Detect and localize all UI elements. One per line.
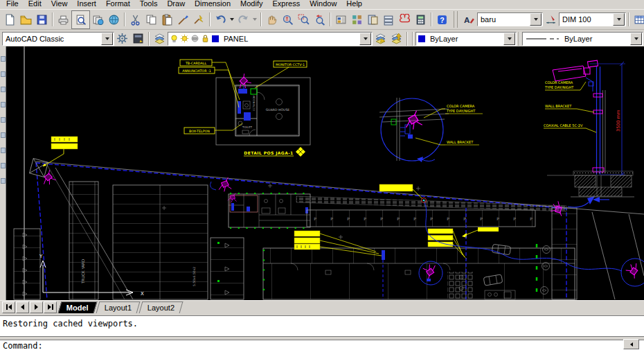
command-input-line[interactable]: Command: (0, 340, 644, 350)
dwf-button[interactable] (106, 12, 122, 28)
color-combo-arrow[interactable] (503, 33, 515, 45)
undo-dropdown[interactable] (229, 12, 235, 28)
menu-window[interactable]: Window (305, 0, 341, 9)
my-workspace-button[interactable] (130, 30, 146, 46)
menu-format[interactable]: Format (101, 0, 135, 9)
toolbar-separator (260, 12, 262, 26)
tab-layout1[interactable]: Layout1 (96, 301, 140, 313)
dim-style-combo-arrow[interactable] (613, 13, 625, 26)
text-style-combo[interactable]: baru (477, 12, 543, 26)
label-box (478, 227, 499, 231)
layer-combo[interactable]: PANEL (168, 32, 373, 46)
svg-text:COLOR CAMERA: COLOR CAMERA (545, 80, 573, 85)
color-swatch (418, 35, 425, 42)
mid-stall-column (211, 238, 244, 299)
properties-button[interactable] (333, 12, 349, 28)
new-icon (4, 14, 16, 26)
tab-previous-button[interactable] (16, 301, 29, 313)
zoom-previous-button[interactable] (312, 12, 328, 28)
lightning-brush-icon (193, 14, 205, 26)
menu-tools[interactable]: Tools (135, 0, 163, 9)
copy-button[interactable] (143, 12, 159, 28)
zoom-window-button[interactable] (296, 12, 312, 28)
make-layer-current-button[interactable] (388, 30, 404, 46)
command-history[interactable]: Restoring cached viewports. (0, 315, 644, 337)
layer-states-button[interactable] (373, 30, 388, 46)
tab-layout2[interactable]: Layout2 (139, 301, 184, 313)
svg-text:P: P (347, 216, 350, 221)
menu-view[interactable]: View (46, 0, 73, 9)
tab-model[interactable]: Model (58, 301, 98, 313)
linetype-preview-icon (526, 35, 562, 42)
workspace-combo[interactable]: AutoCAD Classic (2, 32, 114, 46)
redo-dropdown[interactable] (251, 12, 258, 28)
workspace-settings-button[interactable] (114, 30, 130, 46)
globe-icon (108, 14, 120, 26)
brush-icon (177, 14, 189, 26)
svg-text:P: P (330, 216, 333, 221)
tab-last-button[interactable] (44, 301, 57, 313)
markup-set-manager-button[interactable] (397, 12, 413, 28)
dim-style-combo[interactable]: DIM 100 (559, 12, 626, 26)
color-combo[interactable]: ByLayer (415, 32, 517, 46)
printer-icon (57, 14, 69, 26)
text-style-value: baru (478, 15, 530, 24)
sheet-set-manager-button[interactable] (381, 12, 397, 28)
workspace-combo-arrow[interactable] (101, 33, 113, 45)
pan-button[interactable] (264, 12, 280, 28)
tool-palettes-button[interactable] (365, 12, 381, 28)
new-button[interactable] (2, 12, 18, 28)
tab-first-button[interactable] (2, 301, 15, 313)
zoom-realtime-button[interactable] (280, 12, 296, 28)
cut-button[interactable] (127, 12, 143, 28)
layer-combo-arrow[interactable] (359, 33, 371, 45)
zoom-realtime-icon (282, 14, 294, 26)
toolbar-separator (52, 12, 53, 26)
menu-draw[interactable]: Draw (162, 0, 190, 9)
layer-properties-button[interactable] (152, 30, 168, 46)
menu-edit[interactable]: Edit (24, 0, 46, 9)
menu-help[interactable]: Help (341, 0, 367, 9)
save-button[interactable] (34, 12, 50, 28)
dim-style-button[interactable] (543, 12, 559, 28)
help-button[interactable] (434, 12, 450, 28)
linetype-combo-arrow[interactable] (630, 33, 642, 45)
menu-file[interactable]: File (1, 0, 24, 9)
paste-button[interactable] (159, 12, 175, 28)
toolbar-separator (628, 12, 629, 26)
menu-insert[interactable]: Insert (72, 0, 101, 9)
publish-button[interactable] (90, 12, 106, 28)
block-editor-button[interactable] (191, 12, 207, 28)
menu-dimension[interactable]: Dimension (190, 0, 235, 9)
toolbar-separator (209, 12, 211, 26)
text-style-combo-arrow[interactable] (530, 13, 542, 26)
left-toolbar-strip[interactable] (0, 46, 6, 300)
plot-state-icon[interactable] (190, 34, 199, 43)
match-properties-button[interactable] (175, 12, 191, 28)
quickcalc-button[interactable] (413, 12, 429, 28)
text-style-button[interactable] (461, 12, 477, 28)
table-style-button[interactable] (632, 12, 644, 28)
svg-text:TB-CARDALL: TB-CARDALL (185, 62, 206, 65)
menu-bar: File Edit View Insert Format Tools Draw … (0, 0, 644, 9)
command-scroll-left-button[interactable] (623, 339, 639, 349)
menu-express[interactable]: Express (267, 0, 305, 9)
bulb-icon[interactable] (170, 34, 179, 43)
menu-modify[interactable]: Modify (235, 0, 267, 9)
tab-next-button[interactable] (30, 301, 43, 313)
layout-tab-bar: Model Layout1 Layout2 (0, 300, 644, 313)
command-prompt-text: Command: (0, 340, 644, 350)
design-center-button[interactable] (349, 12, 365, 28)
freeze-icon[interactable] (180, 34, 189, 43)
plot-button[interactable] (55, 12, 71, 28)
plot-preview-button[interactable] (71, 10, 90, 29)
linetype-combo[interactable]: ByLayer (522, 32, 643, 46)
drawing-canvas[interactable]: TRUCK YARD 5.50x6.50x2 (6, 46, 644, 300)
open-button[interactable] (18, 12, 34, 28)
redo-button[interactable] (235, 12, 251, 28)
toolbar-separator (330, 12, 331, 26)
command-window: Restoring cached viewports. Command: (0, 313, 644, 350)
ucs-y-label: Y (39, 254, 43, 259)
lock-icon[interactable] (201, 34, 210, 43)
undo-button[interactable] (213, 12, 229, 28)
